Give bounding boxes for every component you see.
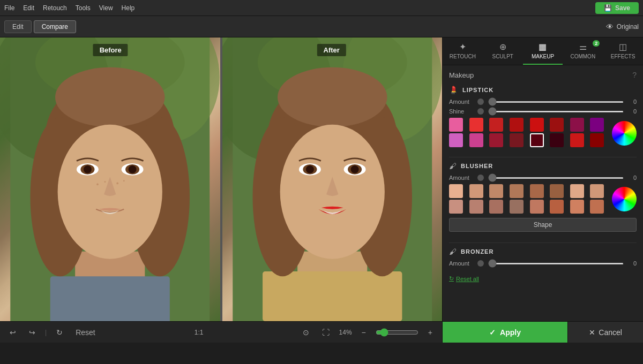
lipstick-color-wheel[interactable] — [612, 121, 637, 146]
b-swatch-11[interactable] — [510, 200, 524, 214]
edit-button[interactable]: Edit — [4, 20, 32, 33]
svg-point-39 — [350, 165, 358, 173]
menu-help[interactable]: Help — [122, 4, 135, 12]
blusher-amount-value: 0 — [628, 175, 637, 181]
blusher-amount-circle — [477, 175, 484, 181]
apply-label: Apply — [500, 328, 521, 337]
blusher-title: BLUSHER — [461, 163, 493, 169]
apply-button[interactable]: ✓ Apply — [443, 322, 567, 343]
swatch-13[interactable] — [550, 133, 564, 147]
lipstick-shine-circle — [477, 108, 484, 115]
help-icon[interactable]: ? — [632, 71, 637, 79]
b-swatch-3[interactable] — [510, 184, 524, 198]
tab-sculpt[interactable]: ⊕ SCULPT — [483, 37, 523, 65]
b-swatch-1[interactable] — [469, 184, 483, 198]
b-swatch-15[interactable] — [590, 200, 604, 214]
menu-view[interactable]: View — [99, 4, 113, 12]
fullscreen-icon[interactable]: ⛶ — [319, 326, 333, 339]
lipstick-shine-label: Shine — [449, 108, 473, 115]
swatch-1[interactable] — [469, 118, 483, 132]
swatch-0[interactable] — [449, 118, 463, 132]
svg-point-21 — [123, 180, 125, 181]
retouch-icon: ✦ — [459, 42, 466, 52]
reset-all-button[interactable]: ↻ Reset all — [449, 275, 637, 282]
blusher-icon: 🖌 — [449, 162, 457, 170]
tab-wrap-effects: ◫ EFFECTS — [603, 37, 643, 65]
b-swatch-2[interactable] — [489, 184, 503, 198]
swatch-14[interactable] — [570, 133, 584, 147]
bronzer-icon: 🖌 — [449, 247, 457, 256]
swatch-15[interactable] — [590, 133, 604, 147]
lipstick-shine-row: Shine 0 — [449, 108, 637, 115]
swatch-7[interactable] — [590, 118, 604, 132]
ratio-label: 1:1 — [195, 329, 204, 336]
blusher-swatches-grid — [449, 184, 609, 214]
cancel-button[interactable]: ✕ Cancel — [567, 322, 643, 343]
swatch-4[interactable] — [530, 118, 544, 132]
swatch-2[interactable] — [489, 118, 503, 132]
makeup-icon: ▦ — [539, 42, 547, 52]
tab-retouch-label: RETOUCH — [450, 54, 476, 59]
undo-button[interactable]: ↩ — [6, 326, 19, 339]
tab-bar: ✦ RETOUCH ⊕ SCULPT ▦ MAKEUP ⚌ COMM — [443, 37, 643, 65]
toolbar: Edit Compare 👁 Original — [0, 16, 643, 37]
zoom-slider[interactable] — [376, 328, 418, 337]
b-swatch-0[interactable] — [449, 184, 463, 198]
svg-rect-5 — [50, 276, 170, 321]
bronzer-section: 🖌 BRONZER Amount 0 — [449, 247, 637, 267]
zoom-out-button[interactable]: − — [358, 326, 369, 339]
divider-2 — [449, 242, 637, 243]
swatch-3[interactable] — [510, 118, 524, 132]
blusher-amount-label: Amount — [449, 175, 473, 181]
b-swatch-4[interactable] — [530, 184, 544, 198]
right-panel: ✦ RETOUCH ⊕ SCULPT ▦ MAKEUP ⚌ COMM — [442, 37, 643, 343]
bronzer-amount-slider[interactable] — [488, 263, 624, 264]
lipstick-title: LIPSTICK — [462, 87, 494, 93]
compare-button[interactable]: Compare — [34, 20, 76, 33]
bronzer-amount-circle — [477, 260, 484, 267]
lipstick-shine-slider[interactable] — [488, 111, 624, 112]
tab-makeup[interactable]: ▦ MAKEUP — [523, 37, 563, 65]
reset-icon[interactable]: ↻ — [53, 326, 66, 339]
b-swatch-5[interactable] — [550, 184, 564, 198]
reset-button[interactable]: Reset — [72, 326, 99, 339]
swatch-9[interactable] — [469, 133, 483, 147]
main-content: Before After — [0, 37, 643, 343]
fit-icon[interactable]: ⊙ — [300, 326, 312, 339]
swatch-5[interactable] — [550, 118, 564, 132]
save-button[interactable]: 💾 Save — [595, 2, 639, 14]
swatch-12[interactable] — [530, 133, 544, 147]
save-label: Save — [615, 4, 630, 12]
swatch-11[interactable] — [510, 133, 524, 147]
b-swatch-12[interactable] — [530, 200, 544, 214]
blusher-color-wheel[interactable] — [612, 187, 637, 211]
common-icon: ⚌ — [579, 42, 587, 52]
b-swatch-6[interactable] — [570, 184, 584, 198]
b-swatch-13[interactable] — [550, 200, 564, 214]
lipstick-amount-circle — [477, 98, 484, 105]
bronzer-amount-label: Amount — [449, 260, 473, 267]
b-swatch-10[interactable] — [489, 200, 503, 214]
menu-edit[interactable]: Edit — [23, 4, 34, 12]
tab-retouch[interactable]: ✦ RETOUCH — [443, 37, 483, 65]
menu-tools[interactable]: Tools — [76, 4, 91, 12]
b-swatch-14[interactable] — [570, 200, 584, 214]
b-swatch-8[interactable] — [449, 200, 463, 214]
menu-file[interactable]: File — [4, 4, 14, 12]
lipstick-shine-value: 0 — [628, 108, 637, 115]
bronzer-amount-row: Amount 0 — [449, 260, 637, 267]
tab-effects[interactable]: ◫ EFFECTS — [603, 37, 643, 65]
svg-point-10 — [55, 67, 165, 127]
swatch-6[interactable] — [570, 118, 584, 132]
shape-button[interactable]: Shape — [449, 218, 637, 232]
swatch-10[interactable] — [489, 133, 503, 147]
lipstick-amount-slider[interactable] — [488, 101, 624, 103]
b-swatch-9[interactable] — [469, 200, 483, 214]
swatch-8[interactable] — [449, 133, 463, 147]
blusher-amount-slider[interactable] — [488, 177, 624, 179]
menu-retouch[interactable]: Retouch — [43, 4, 67, 12]
sculpt-icon: ⊕ — [499, 42, 506, 52]
b-swatch-7[interactable] — [590, 184, 604, 198]
zoom-in-button[interactable]: + — [425, 326, 436, 339]
redo-button[interactable]: ↪ — [26, 326, 39, 339]
